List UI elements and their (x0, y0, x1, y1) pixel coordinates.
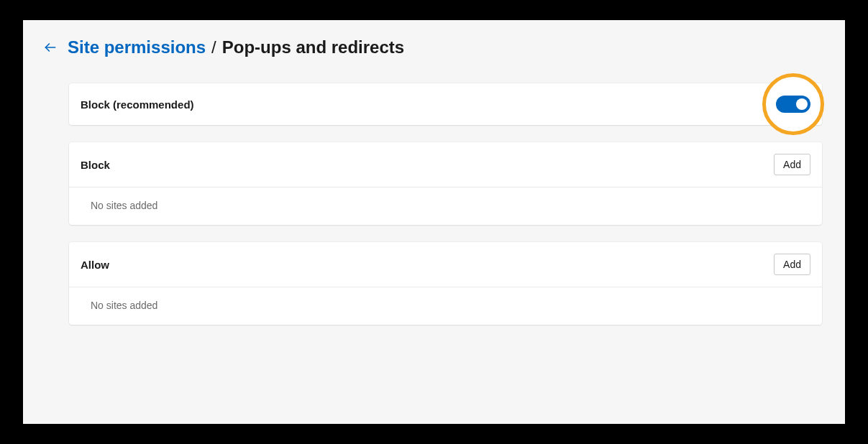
toggle-wrap (776, 96, 810, 113)
settings-page: Site permissions / Pop-ups and redirects… (23, 20, 845, 424)
allow-list-title: Allow (81, 259, 109, 271)
allow-list-body: No sites added (69, 287, 822, 325)
block-list-title: Block (81, 159, 110, 171)
allow-add-button[interactable]: Add (774, 254, 810, 275)
block-empty-text: No sites added (91, 200, 157, 211)
block-recommended-card: Block (recommended) (69, 83, 822, 125)
content-area: Block (recommended) Block Add No sites a… (43, 83, 825, 325)
block-list-body: No sites added (69, 187, 822, 225)
block-add-button[interactable]: Add (774, 154, 810, 175)
breadcrumb-parent-link[interactable]: Site permissions (68, 37, 206, 57)
toggle-knob (796, 98, 808, 110)
block-recommended-header: Block (recommended) (69, 83, 822, 125)
breadcrumb: Site permissions / Pop-ups and redirects (68, 37, 404, 57)
block-toggle[interactable] (776, 96, 810, 113)
breadcrumb-separator: / (211, 37, 216, 57)
back-arrow-icon[interactable] (43, 40, 58, 55)
breadcrumb-current: Pop-ups and redirects (222, 37, 404, 57)
breadcrumb-row: Site permissions / Pop-ups and redirects (43, 37, 825, 57)
block-recommended-label: Block (recommended) (81, 98, 194, 111)
block-list-header: Block Add (69, 142, 822, 187)
block-list-card: Block Add No sites added (69, 142, 822, 225)
allow-list-card: Allow Add No sites added (69, 242, 822, 325)
allow-empty-text: No sites added (91, 300, 157, 311)
allow-list-header: Allow Add (69, 242, 822, 287)
